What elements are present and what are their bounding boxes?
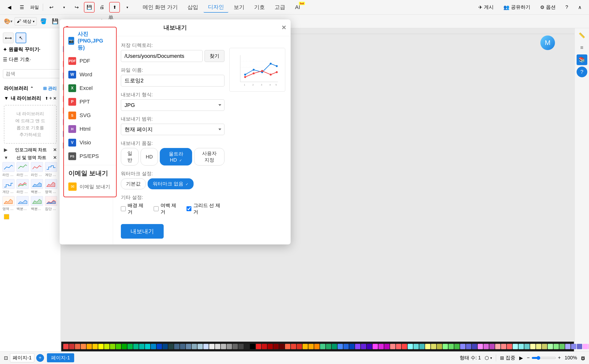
export-svg[interactable]: S SVG [64, 109, 116, 122]
color-swatch[interactable] [478, 344, 483, 349]
color-swatch[interactable] [256, 344, 261, 349]
range-select[interactable]: 현재 페이지 전체 페이지 선택 영역 [121, 124, 224, 135]
color-swatch[interactable] [314, 344, 320, 349]
color-swatch[interactable] [197, 344, 203, 349]
color-swatch[interactable] [402, 344, 407, 349]
export-confirm-button[interactable]: 내보내기 [121, 224, 164, 239]
watermark-none[interactable]: 워터마크 없음 ✓ [148, 178, 194, 189]
color-swatch[interactable] [69, 344, 74, 349]
browse-button[interactable]: 찾기 [205, 50, 224, 62]
color-swatch[interactable] [262, 344, 267, 349]
color-swatch[interactable] [268, 344, 273, 349]
email-send-item[interactable]: ✉ 이메일 보내기 [68, 181, 112, 193]
zoom-slider[interactable] [532, 356, 556, 360]
color-swatch[interactable] [162, 344, 168, 349]
tab-design[interactable]: 디자인 [204, 2, 228, 13]
my-library-section[interactable]: ▼ 내 라이브러리 ⬆ + ✕ [0, 94, 61, 103]
color-swatch[interactable] [542, 344, 547, 349]
fill-color-btn[interactable]: 🪣 [38, 16, 48, 26]
remove-margin-input[interactable] [154, 206, 159, 211]
remove-grid-input[interactable] [187, 206, 191, 211]
color-swatch[interactable] [116, 344, 121, 349]
print-btn[interactable]: 🖨 [97, 2, 107, 13]
color-swatch[interactable] [273, 344, 279, 349]
publish-btn[interactable]: ✈ 게시 [475, 2, 497, 12]
color-swatch[interactable] [227, 344, 232, 349]
color-swatch[interactable] [565, 344, 571, 349]
color-swatch[interactable] [180, 344, 185, 349]
color-swatch[interactable] [92, 344, 98, 349]
color-swatch[interactable] [431, 344, 436, 349]
color-swatch[interactable] [221, 344, 226, 349]
color-swatch[interactable] [308, 344, 314, 349]
close-icon[interactable]: ✕ [53, 96, 57, 101]
color-swatch[interactable] [454, 344, 460, 349]
color-swatch[interactable] [367, 344, 372, 349]
color-swatch[interactable] [536, 344, 541, 349]
color-swatch[interactable] [343, 344, 349, 349]
add-icon[interactable]: + [49, 95, 52, 101]
color-swatch[interactable] [338, 344, 343, 349]
color-swatch[interactable] [361, 344, 366, 349]
dialog-close-btn[interactable]: ✕ [281, 24, 286, 31]
export-visio[interactable]: V Visio [64, 136, 116, 149]
color-swatch[interactable] [448, 344, 454, 349]
color-swatch[interactable] [139, 344, 144, 349]
ruler-toggle-btn[interactable]: 📏 [577, 30, 587, 41]
tab-insert[interactable]: 삽입 [183, 2, 203, 12]
chart-thumb-2[interactable] [17, 162, 29, 172]
save-file-btn[interactable]: 💾 [50, 16, 60, 26]
color-swatch[interactable] [425, 344, 430, 349]
share-btn[interactable]: 👥 공유하기 [500, 2, 534, 12]
zoom-out-btn[interactable]: − [527, 355, 530, 361]
color-swatch[interactable] [443, 344, 448, 349]
oneclick-title[interactable]: ✦ 원클릭 꾸미기· [3, 46, 58, 53]
color-swatch[interactable] [192, 344, 197, 349]
color-swatch[interactable] [553, 344, 559, 349]
export-html[interactable]: H Html [64, 122, 116, 136]
color-swatch[interactable] [174, 344, 179, 349]
tab-main[interactable]: 메인 화면 가기 [138, 2, 182, 12]
color-swatch[interactable] [413, 344, 419, 349]
connect-shapes-btn[interactable]: ⟷ [3, 33, 14, 43]
color-swatch[interactable] [437, 344, 442, 349]
export-pdf[interactable]: PDF PDF [64, 54, 116, 68]
color-swatch[interactable] [483, 344, 489, 349]
chart-thumb-9[interactable] [2, 196, 15, 206]
chart-thumb-11[interactable] [31, 196, 43, 206]
color-swatch[interactable] [104, 344, 109, 349]
tab-advanced[interactable]: 고급 [270, 2, 290, 12]
redo-btn[interactable]: ↪ [71, 2, 82, 13]
color-swatch[interactable] [168, 344, 174, 349]
color-swatch[interactable] [355, 344, 360, 349]
quality-ultrahd[interactable]: 울트라 HD ✓ [160, 148, 192, 165]
color-swatch[interactable] [122, 344, 127, 349]
color-swatch[interactable] [98, 344, 104, 349]
color-swatch[interactable] [279, 344, 285, 349]
export-pseps[interactable]: PS PS/EPS [64, 149, 116, 163]
color-swatch[interactable] [378, 344, 384, 349]
color-swatch[interactable] [320, 344, 325, 349]
options-btn[interactable]: ⚙ 옵션 [537, 2, 559, 12]
quality-custom[interactable]: 사용자 지정 [194, 148, 224, 165]
color-swatch[interactable] [87, 344, 92, 349]
color-swatch[interactable] [530, 344, 535, 349]
remove-margin-checkbox[interactable]: 여백 제거 [154, 202, 181, 215]
collapse-btn[interactable]: ∧ [574, 2, 585, 13]
color-palette-toolbar[interactable]: 🖌 색상 ▾ [15, 17, 37, 26]
color-swatch[interactable] [332, 344, 337, 349]
undo-btn[interactable]: ↩ [46, 2, 57, 13]
color-swatch[interactable] [583, 344, 588, 349]
color-swatch[interactable] [349, 344, 355, 349]
filename-input[interactable] [121, 75, 224, 87]
color-swatch[interactable] [466, 344, 471, 349]
chart-thumb-6[interactable] [17, 179, 29, 189]
color-swatch[interactable] [513, 344, 518, 349]
color-swatch[interactable] [507, 344, 512, 349]
chart-thumb-3[interactable] [31, 162, 43, 172]
color-swatch[interactable] [285, 344, 290, 349]
color-swatch[interactable] [75, 344, 80, 349]
properties-btn[interactable]: ≡ [577, 42, 587, 53]
color-swatch[interactable] [559, 344, 565, 349]
export-btn[interactable]: ⬆ [109, 2, 120, 13]
